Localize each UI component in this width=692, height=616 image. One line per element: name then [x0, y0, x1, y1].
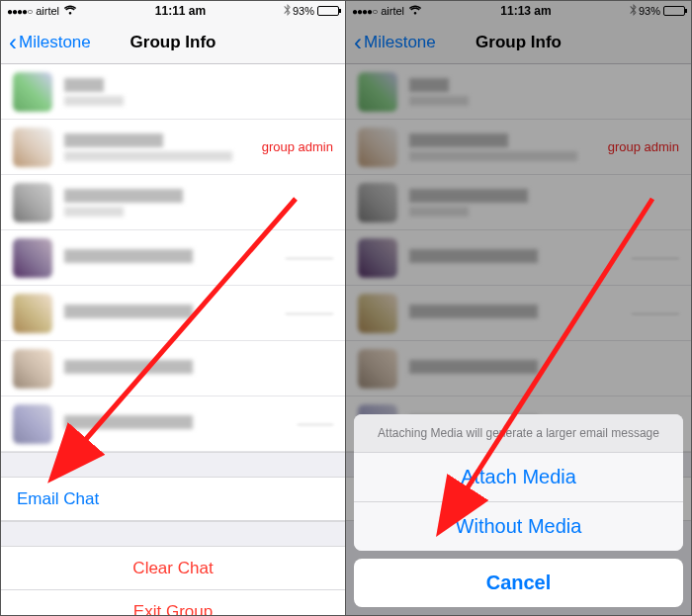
- participant-row[interactable]: ————: [1, 230, 345, 286]
- avatar: [13, 238, 52, 278]
- participants-list: group admin ———— ————: [1, 64, 345, 452]
- wifi-icon: [63, 5, 77, 17]
- status-bar: ●●●●○ airtel 11:11 am 93%: [1, 1, 345, 21]
- section-gap: [1, 521, 345, 547]
- clear-chat-label: Clear Chat: [132, 559, 213, 578]
- email-chat-label: Email Chat: [17, 489, 99, 509]
- participant-name: [64, 360, 193, 374]
- clock: 11:11 am: [77, 4, 284, 18]
- avatar: [13, 294, 52, 333]
- carrier-label: airtel: [36, 5, 59, 17]
- without-media-label: Without Media: [456, 515, 582, 537]
- chevron-left-icon: ‹: [9, 31, 17, 54]
- action-sheet-group: Attaching Media will generate a larger e…: [354, 414, 683, 551]
- participant-status: [64, 96, 124, 106]
- participant-name: [64, 415, 193, 429]
- avatar: [13, 128, 52, 167]
- avatar: [13, 349, 52, 389]
- nav-bar: ‹ Milestone Group Info: [1, 21, 345, 64]
- side-text: ———: [298, 417, 333, 431]
- participant-name: [64, 305, 193, 318]
- participant-name: [64, 249, 193, 263]
- bluetooth-icon: [284, 4, 291, 18]
- exit-group-button[interactable]: Exit Group: [1, 590, 345, 615]
- participant-row[interactable]: group admin: [1, 120, 345, 175]
- cancel-label: Cancel: [486, 572, 552, 593]
- admin-badge: group admin: [262, 139, 333, 154]
- action-sheet: Attaching Media will generate a larger e…: [354, 414, 683, 607]
- battery-icon: [317, 6, 339, 16]
- avatar: [13, 72, 52, 112]
- participant-row[interactable]: [1, 64, 345, 120]
- battery-percent: 93%: [293, 5, 314, 17]
- back-label: Milestone: [19, 33, 91, 52]
- attach-media-button[interactable]: Attach Media: [354, 453, 683, 502]
- without-media-button[interactable]: Without Media: [354, 502, 683, 551]
- avatar: [13, 183, 52, 222]
- participant-row[interactable]: [1, 341, 345, 396]
- participant-name: [64, 133, 163, 147]
- side-text: ————: [286, 307, 333, 320]
- attach-media-label: Attach Media: [461, 466, 576, 487]
- participant-name: [64, 189, 183, 203]
- clear-chat-button[interactable]: Clear Chat: [1, 547, 345, 590]
- signal-dots: ●●●●○: [7, 6, 32, 17]
- participant-status: [64, 207, 124, 217]
- participant-row[interactable]: ————: [1, 286, 345, 341]
- exit-group-label: Exit Group: [133, 602, 213, 616]
- action-sheet-message: Attaching Media will generate a larger e…: [354, 414, 683, 453]
- avatar: [13, 404, 52, 444]
- section-gap: [1, 452, 345, 478]
- participant-status: [64, 151, 232, 161]
- participant-row[interactable]: ———: [1, 396, 345, 452]
- participant-row[interactable]: [1, 175, 345, 230]
- back-button[interactable]: ‹ Milestone: [9, 31, 91, 54]
- cancel-button[interactable]: Cancel: [354, 559, 683, 607]
- right-screenshot: ●●●●○ airtel 11:13 am 93% ‹ Milestone Gr…: [346, 1, 691, 615]
- left-screenshot: ●●●●○ airtel 11:11 am 93% ‹ Milestone Gr…: [1, 1, 346, 615]
- side-text: ————: [286, 251, 333, 265]
- participant-name: [64, 78, 104, 92]
- email-chat-button[interactable]: Email Chat: [1, 478, 345, 521]
